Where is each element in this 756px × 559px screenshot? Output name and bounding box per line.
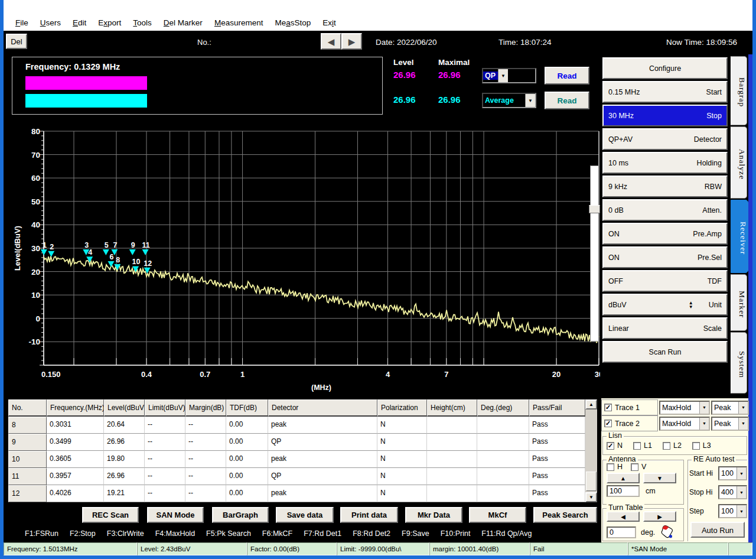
tab-analyze[interactable]: Analyze — [731, 126, 747, 199]
menu-item-tools[interactable]: Tools — [127, 17, 158, 28]
sidebar-button-unit[interactable]: dBuV▲▼Unit — [602, 294, 728, 316]
sidebar-button-scale[interactable]: LinearScale — [602, 317, 728, 339]
action-button-mkcf[interactable]: MkCf — [469, 507, 526, 523]
tab-system[interactable]: System — [731, 332, 747, 394]
marker-10[interactable]: 10 — [132, 258, 141, 272]
table-row[interactable]: 90.349926.96----0.00QPNPass — [8, 434, 597, 451]
hand-pointer-icon[interactable] — [660, 524, 675, 541]
menu-item-measstop[interactable]: MeasStop — [269, 17, 317, 28]
trace-mode-select[interactable]: MaxHold▼ — [659, 417, 710, 431]
table-row[interactable]: 120.402619.21----0.00peakNPass — [8, 485, 597, 502]
del-button[interactable]: Del — [6, 34, 27, 49]
menu-item-export[interactable]: Export — [92, 17, 127, 28]
lisn-l3[interactable]: L3 — [692, 441, 711, 450]
lisn-l3-checkbox[interactable] — [692, 442, 700, 450]
lisn-n-checkbox[interactable]: ✓ — [607, 442, 614, 450]
marker-6[interactable]: 6 — [107, 253, 114, 267]
action-button-save-data[interactable]: Save data — [276, 507, 334, 523]
sidebar-button-configure[interactable]: Configure — [602, 57, 728, 79]
menu-item-exit[interactable]: Exit — [317, 17, 342, 28]
action-button-rec-scan[interactable]: REC Scan — [82, 507, 139, 523]
menu-item-measurement[interactable]: Measurement — [208, 17, 269, 28]
scroll-down-button[interactable]: ▼ — [585, 492, 597, 502]
table-row[interactable]: 80.303120.64----0.00peakNPass — [8, 417, 597, 434]
action-button-print-data[interactable]: Print data — [340, 507, 398, 523]
sidebar-button-tdf[interactable]: OFFTDF — [602, 270, 728, 292]
spinner-down-icon[interactable]: ▼ — [689, 305, 693, 309]
turn-angle-input[interactable]: 0 — [607, 526, 636, 538]
tab-receiver[interactable]: Receiver — [731, 200, 748, 273]
re-auto-select[interactable]: 400▼ — [718, 485, 747, 499]
tab-bargrap[interactable]: Bargrap — [731, 56, 747, 125]
next-record-button[interactable]: ▶ — [341, 33, 362, 50]
menu-item-file[interactable]: File — [9, 17, 34, 28]
read-button[interactable]: Read — [545, 92, 589, 109]
chevron-down-icon[interactable]: ▼ — [737, 486, 746, 498]
action-button-mkr-data[interactable]: Mkr Data — [405, 507, 462, 523]
chevron-down-icon[interactable]: ▼ — [738, 418, 748, 430]
table-row[interactable]: 110.395726.96----0.00QPNPass — [8, 468, 597, 485]
turn-left-button[interactable]: ◀ — [607, 511, 640, 522]
action-button-san-mode[interactable]: SAN Mode — [147, 507, 204, 523]
scroll-up-button[interactable]: ▲ — [585, 399, 597, 410]
lisn-l1[interactable]: L1 — [633, 441, 652, 450]
action-button-bargraph[interactable]: BarGraph — [212, 507, 269, 523]
auto-run-button[interactable]: Auto Run — [690, 522, 745, 538]
menu-item-edit[interactable]: Edit — [67, 17, 92, 28]
level-scrollbar[interactable] — [590, 165, 599, 342]
sidebar-button-holding[interactable]: 10 msHolding — [602, 152, 728, 174]
antenna-h-checkbox[interactable] — [607, 463, 614, 471]
re-auto-select[interactable]: 100▼ — [718, 466, 747, 480]
sidebar-button-atten-[interactable]: 0 dBAtten. — [602, 199, 728, 221]
menu-item-del-marker[interactable]: Del Marker — [158, 17, 208, 28]
lisn-n[interactable]: ✓N — [607, 441, 623, 450]
sidebar-button-scan-run[interactable]: Scan Run — [602, 341, 728, 363]
trace-toggle[interactable]: ✓Trace 1 — [601, 399, 658, 415]
sidebar-button-start[interactable]: 0.15 MHzStart — [602, 81, 728, 103]
antenna-down-button[interactable]: ▼ — [643, 473, 676, 483]
trace-detector-select[interactable]: Peak▼ — [711, 401, 749, 415]
sidebar-button-pre-amp[interactable]: ONPre.Amp — [602, 223, 728, 245]
prev-record-button[interactable]: ◀ — [321, 33, 341, 50]
antenna-height-input[interactable]: 100 — [607, 485, 640, 497]
chevron-down-icon[interactable]: ▼ — [699, 418, 709, 430]
table-row[interactable]: 100.360519.80----0.00peakNPass — [8, 451, 597, 468]
level-scrollbar-thumb[interactable] — [589, 205, 600, 213]
antenna-up-button[interactable]: ▲ — [607, 473, 640, 483]
trace-checkbox[interactable]: ✓ — [604, 420, 612, 427]
chevron-down-icon[interactable]: ▼ — [738, 402, 748, 414]
trace-mode-select[interactable]: MaxHold▼ — [659, 401, 710, 415]
chevron-down-icon[interactable]: ▼ — [699, 402, 709, 414]
turn-right-button[interactable]: ▶ — [643, 511, 676, 522]
re-auto-select[interactable]: 100▼ — [718, 504, 747, 518]
antenna-v[interactable]: V — [631, 463, 646, 471]
sidebar-button-detector[interactable]: QP+AVDetector — [602, 128, 728, 150]
antenna-h[interactable]: H — [607, 463, 623, 471]
chevron-down-icon[interactable]: ▼ — [525, 94, 535, 107]
table-scrollbar[interactable]: ▲▼ — [585, 399, 597, 502]
tab-marker[interactable]: Marker — [731, 274, 747, 331]
sidebar-button-rbw[interactable]: 9 kHzRBW — [602, 176, 728, 197]
marker-11[interactable]: 11 — [142, 241, 149, 255]
table-scrollbar-thumb[interactable] — [586, 472, 597, 491]
read-button[interactable]: Read — [545, 67, 589, 84]
lisn-l2[interactable]: L2 — [663, 441, 682, 450]
antenna-v-checkbox[interactable] — [631, 463, 638, 471]
action-button-peak-search[interactable]: Peak Search — [533, 507, 597, 523]
lisn-l2-checkbox[interactable] — [663, 442, 670, 450]
detector-select[interactable]: QP▼ — [482, 68, 536, 83]
marker-2[interactable]: 2 — [48, 243, 54, 257]
sidebar-button-stop[interactable]: 30 MHzStop — [602, 105, 728, 126]
detector-select[interactable]: Average▼ — [482, 93, 536, 108]
chevron-down-icon[interactable]: ▼ — [737, 505, 746, 517]
trace-checkbox[interactable]: ✓ — [604, 404, 612, 411]
unit-spinner[interactable]: ▲▼ — [689, 301, 693, 309]
lisn-l1-checkbox[interactable] — [633, 442, 641, 450]
trace-toggle[interactable]: ✓Trace 2 — [601, 415, 658, 431]
trace-detector-select[interactable]: Peak▼ — [711, 417, 749, 431]
chevron-down-icon[interactable]: ▼ — [498, 69, 508, 82]
menu-item-users[interactable]: Users — [34, 17, 67, 28]
chevron-down-icon[interactable]: ▼ — [737, 467, 746, 479]
svg-text:Level(dBuV): Level(dBuV) — [13, 226, 22, 271]
sidebar-button-pre-sel[interactable]: ONPre.Sel — [602, 246, 728, 268]
